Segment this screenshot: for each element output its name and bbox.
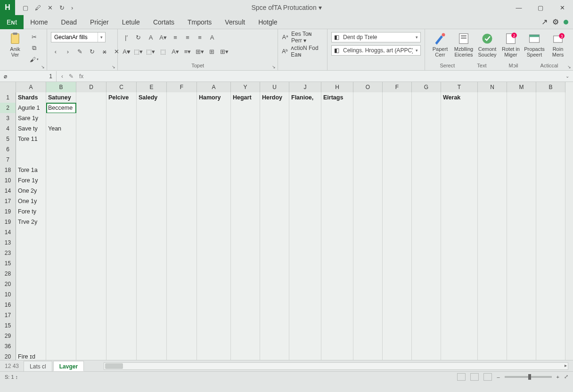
cell[interactable] — [536, 144, 565, 155]
cell[interactable] — [441, 331, 478, 342]
cell[interactable] — [76, 165, 106, 176]
cell[interactable] — [478, 320, 507, 331]
cell[interactable] — [167, 300, 197, 310]
align-bot-7-icon[interactable]: ⊞ — [207, 47, 217, 56]
align-bot-2-icon[interactable]: ⬚▾ — [146, 47, 156, 56]
cell[interactable] — [197, 165, 231, 176]
cell[interactable] — [231, 310, 260, 321]
cell[interactable] — [353, 175, 383, 186]
cell[interactable] — [231, 155, 260, 165]
enter-edit-icon[interactable]: ✎ — [69, 73, 74, 80]
cell[interactable] — [536, 300, 565, 310]
cell[interactable] — [478, 196, 507, 207]
cell[interactable] — [16, 279, 46, 290]
cell[interactable] — [16, 341, 46, 352]
column-header[interactable]: E — [137, 82, 167, 93]
cell[interactable] — [16, 300, 46, 310]
cell[interactable]: Agurle 1 — [16, 103, 46, 114]
cell[interactable] — [441, 289, 478, 300]
cell[interactable]: Trve 2y — [16, 217, 46, 228]
cell[interactable] — [412, 289, 441, 300]
cell[interactable] — [507, 186, 536, 196]
cell[interactable] — [412, 206, 441, 217]
cell[interactable] — [231, 103, 260, 114]
column-header[interactable]: C — [106, 82, 137, 93]
cell[interactable]: Flanioe, — [289, 92, 321, 103]
cell[interactable] — [106, 103, 137, 114]
cell[interactable] — [167, 103, 197, 114]
cell[interactable] — [353, 155, 383, 165]
cell[interactable] — [478, 237, 507, 248]
cell[interactable] — [507, 92, 536, 103]
cell[interactable] — [412, 227, 441, 238]
cell[interactable] — [289, 144, 321, 155]
row-header[interactable]: 16 — [0, 300, 16, 310]
cell[interactable] — [76, 227, 106, 238]
align-bot-4-icon[interactable]: A▾ — [171, 47, 180, 56]
cell[interactable] — [321, 227, 353, 238]
cell[interactable] — [167, 206, 197, 217]
cell[interactable] — [197, 186, 231, 196]
cell[interactable] — [441, 320, 478, 331]
cell[interactable] — [412, 217, 441, 228]
cell[interactable] — [289, 123, 321, 134]
cell[interactable] — [76, 113, 106, 124]
column-header[interactable]: B — [536, 82, 565, 93]
row-header[interactable]: 14 — [0, 186, 16, 196]
cell[interactable] — [197, 134, 231, 145]
ribbon-tab-tmports[interactable]: Tmports — [181, 15, 218, 29]
cell[interactable] — [478, 144, 507, 155]
cell[interactable] — [507, 175, 536, 186]
cell[interactable] — [197, 341, 231, 352]
cell[interactable] — [197, 258, 231, 269]
cell[interactable] — [536, 279, 565, 290]
cell[interactable] — [167, 186, 197, 196]
align-bot-6-icon[interactable]: ⊞▾ — [195, 47, 205, 56]
qat-close-icon[interactable]: ✕ — [48, 4, 53, 11]
qat-more-icon[interactable]: › — [71, 4, 73, 11]
cell[interactable] — [353, 300, 383, 310]
cell[interactable] — [76, 144, 106, 155]
row-header[interactable]: 13 — [0, 237, 16, 248]
cell[interactable] — [137, 134, 167, 145]
cell[interactable] — [16, 155, 46, 165]
cell[interactable] — [383, 237, 412, 248]
cell[interactable] — [260, 113, 289, 124]
cell[interactable] — [478, 165, 507, 176]
cell[interactable] — [167, 144, 197, 155]
cell[interactable] — [383, 320, 412, 331]
column-header[interactable]: M — [507, 82, 536, 93]
cell[interactable] — [478, 92, 507, 103]
row-header[interactable]: 3 — [0, 113, 16, 124]
cell[interactable] — [536, 320, 565, 331]
row-header[interactable]: 1 — [0, 92, 16, 103]
cell[interactable] — [289, 341, 321, 352]
cell[interactable] — [478, 331, 507, 342]
cell[interactable] — [478, 300, 507, 310]
cell[interactable] — [16, 237, 46, 248]
cell[interactable] — [412, 341, 441, 352]
cell[interactable] — [383, 92, 412, 103]
command-2-button[interactable]: Aᵇ ʌctioN Fod Eaɴ — [282, 45, 323, 57]
cell[interactable] — [231, 144, 260, 155]
cell[interactable] — [197, 217, 231, 228]
cell[interactable] — [137, 206, 167, 217]
cell[interactable] — [536, 186, 565, 196]
cell[interactable] — [46, 217, 76, 228]
ribbon-tab-letule[interactable]: Letule — [115, 15, 147, 29]
cell[interactable] — [536, 289, 565, 300]
cell[interactable] — [383, 103, 412, 114]
cell[interactable]: Tore 1a — [16, 165, 46, 176]
ribbon-options-icon[interactable]: ⚙ — [552, 17, 559, 26]
cell[interactable] — [106, 310, 137, 321]
cell[interactable] — [321, 175, 353, 186]
column-header[interactable]: A — [16, 82, 46, 93]
cell[interactable] — [478, 341, 507, 352]
align-top-3-icon[interactable]: A▾ — [158, 33, 168, 42]
cell[interactable] — [478, 175, 507, 186]
cell[interactable] — [197, 331, 231, 342]
chevron-down-icon[interactable]: ▾ — [98, 33, 105, 42]
align-bot-0-icon[interactable]: A▾ — [122, 47, 131, 56]
cell[interactable] — [441, 103, 478, 114]
cell[interactable] — [507, 196, 536, 207]
